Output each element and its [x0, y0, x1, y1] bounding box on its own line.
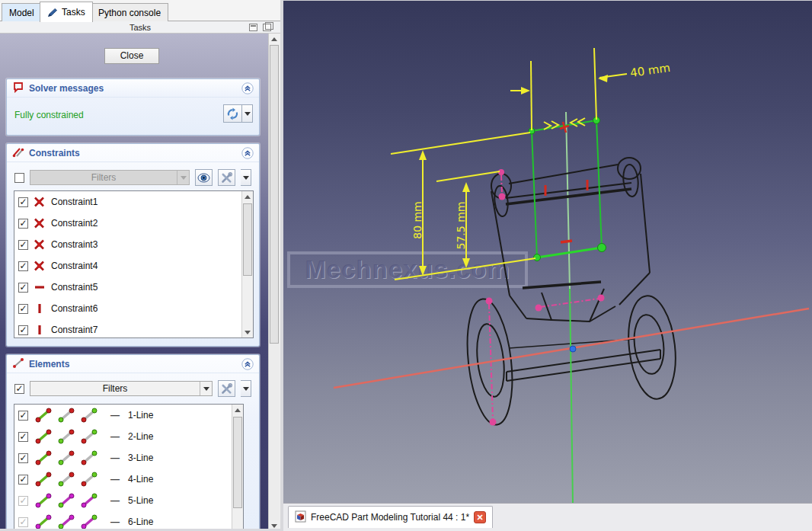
vertical-constraint-icon [34, 324, 46, 336]
element-checkbox[interactable] [18, 411, 28, 421]
element-label: 5-Line [128, 495, 153, 506]
constraint-row[interactable]: Constraint2 [14, 213, 253, 234]
element-checkbox-disabled[interactable] [18, 517, 28, 527]
element-label: 3-Line [128, 453, 153, 463]
dash-icon: — [110, 453, 120, 463]
document-tab[interactable]: FreeCAD Part Modeling Tutorial 44 : 1* ✕ [288, 506, 493, 528]
scroll-down-icon[interactable] [242, 327, 253, 337]
scrollbar-thumb[interactable] [233, 417, 242, 508]
collapse-chevron-icon[interactable] [241, 82, 254, 94]
dimension-40mm[interactable]: 40 mm [510, 48, 671, 130]
close-icon[interactable]: ✕ [474, 511, 486, 523]
element-checkbox-disabled[interactable] [18, 496, 28, 506]
collapse-chevron-icon[interactable] [241, 358, 254, 370]
tasks-panel: Model Tasks Python console Tasks Close S… [0, 0, 280, 531]
constraint-row[interactable]: Constraint5 [14, 277, 253, 298]
constraints-list: Constraint1 Constraint2 Constraint3 [14, 190, 254, 338]
vertical-constraint-icon [34, 302, 46, 315]
constraint-row[interactable]: Constraint7 [14, 319, 253, 341]
elements-filter-checkbox[interactable] [14, 384, 24, 394]
constraint-label: Constraint6 [51, 303, 98, 314]
elements-section-title: Elements [29, 359, 69, 369]
constraints-section-title: Constraints [29, 148, 80, 158]
constraints-filter-row: Filters [14, 169, 251, 186]
settings-wand-button[interactable] [218, 380, 235, 397]
panel-tabbar: Model Tasks Python console [0, 0, 280, 21]
settings-dropdown[interactable] [241, 169, 251, 186]
constraint-label: Constraint5 [51, 282, 98, 293]
settings-dropdown[interactable] [241, 380, 251, 397]
constraint-checkbox[interactable] [18, 219, 28, 229]
dim-80mm-label: 80 mm [411, 201, 424, 239]
constraint-row[interactable]: Constraint6 [14, 298, 253, 319]
freecad-window: Model Tasks Python console Tasks Close S… [0, 0, 812, 531]
dash-icon: — [110, 410, 120, 421]
constraint-checkbox[interactable] [18, 261, 28, 271]
panel-scrollbar[interactable] [268, 34, 280, 531]
scrollbar-thumb[interactable] [243, 203, 252, 276]
elements-section-header[interactable]: Elements [7, 355, 259, 373]
3d-scene: 40 mm 80 mm 57.5 mm [283, 1, 812, 504]
sketch-y-axis [566, 112, 570, 289]
dim-57-5mm-label: 57.5 mm [455, 202, 467, 250]
close-button[interactable]: Close [104, 48, 159, 64]
element-row[interactable]: — 3-Line [14, 447, 243, 469]
tab-model[interactable]: Model [2, 3, 42, 21]
constraints-icon [12, 146, 24, 160]
elements-list-scrollbar[interactable] [232, 405, 243, 531]
construction-geometry[interactable] [486, 169, 605, 426]
constraints-filter-combo[interactable]: Filters [30, 170, 190, 185]
scroll-up-icon[interactable] [269, 34, 280, 44]
constraint-label: Constraint7 [51, 325, 98, 335]
tab-python-console[interactable]: Python console [91, 3, 168, 21]
constraints-list-scrollbar[interactable] [241, 191, 253, 337]
constraint-row[interactable]: Constraint3 [14, 234, 253, 255]
chevron-down-icon [243, 387, 249, 391]
constraint-checkbox[interactable] [18, 197, 28, 207]
float-icon[interactable] [263, 24, 271, 31]
constraints-filter-checkbox[interactable] [14, 173, 24, 183]
element-row[interactable]: — 4-Line [14, 469, 243, 490]
element-checkbox[interactable] [18, 432, 28, 442]
chevron-down-icon [245, 112, 251, 116]
elements-icon [12, 357, 24, 371]
solver-icon [12, 82, 24, 95]
constraint-checkbox[interactable] [18, 304, 28, 314]
element-row[interactable]: — 2-Line [14, 426, 243, 447]
element-checkbox[interactable] [18, 475, 28, 485]
tab-tasks-label: Tasks [62, 7, 85, 18]
constraint-label: Constraint4 [51, 261, 98, 271]
scroll-up-icon[interactable] [242, 191, 253, 202]
settings-wand-button[interactable] [218, 169, 235, 186]
refresh-button[interactable] [223, 104, 242, 123]
tab-tasks[interactable]: Tasks [40, 2, 93, 22]
constraint-row[interactable]: Constraint4 [14, 255, 253, 277]
line-element-icons [34, 428, 99, 445]
solver-section-header[interactable]: Solver messages [7, 79, 259, 98]
refresh-dropdown[interactable] [242, 104, 253, 123]
scrollbar-thumb[interactable] [270, 45, 279, 344]
constraint-row[interactable]: Constraint1 [14, 191, 253, 213]
line-element-icons [34, 513, 99, 530]
dock-icon[interactable] [249, 24, 257, 31]
panel-title-bar: Tasks [0, 21, 280, 34]
elements-filter-label: Filters [30, 382, 200, 395]
dash-icon: — [110, 474, 120, 485]
scroll-up-icon[interactable] [232, 405, 243, 415]
element-checkbox[interactable] [18, 453, 28, 463]
constraints-section-header[interactable]: Constraints [7, 144, 259, 162]
3d-view[interactable]: Mechnexus.com [283, 0, 812, 503]
constraint-checkbox[interactable] [18, 283, 28, 293]
document-tab-title: FreeCAD Part Modeling Tutorial 44 : 1* [311, 512, 469, 523]
dimension-57-5mm[interactable]: 57.5 mm [436, 171, 500, 268]
show-hide-eye-button[interactable] [195, 169, 213, 186]
constraint-checkbox[interactable] [18, 240, 28, 250]
constraint-checkbox[interactable] [18, 325, 28, 335]
element-row[interactable]: — 1-Line [14, 405, 243, 426]
origin-point[interactable] [570, 346, 576, 352]
element-row[interactable]: — 5-Line [14, 490, 243, 511]
collapse-chevron-icon[interactable] [241, 147, 254, 159]
document-icon [295, 510, 306, 525]
dash-icon: — [110, 517, 120, 527]
elements-filter-combo[interactable]: Filters [30, 381, 213, 396]
